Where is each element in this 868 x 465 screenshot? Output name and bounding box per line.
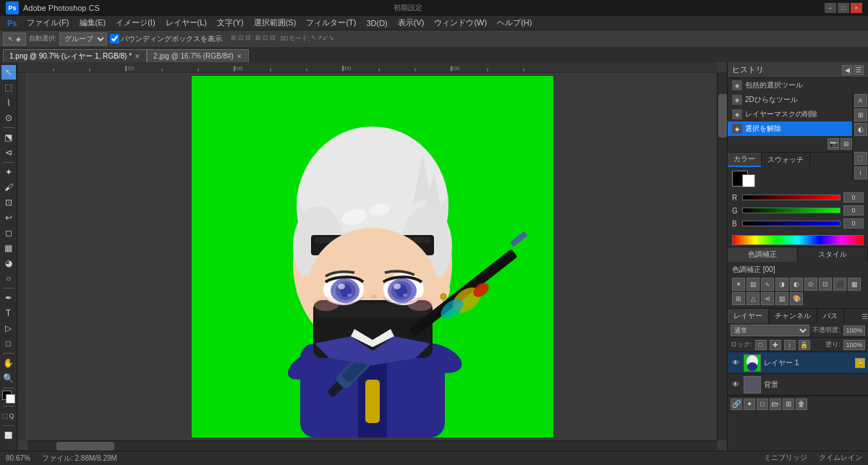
color-b-input[interactable] bbox=[843, 218, 864, 229]
canvas-viewport[interactable] bbox=[27, 72, 717, 440]
marquee-tool[interactable]: ⬚ bbox=[1, 80, 16, 95]
eraser-tool[interactable]: ◻ bbox=[1, 226, 16, 240]
menu-text[interactable]: 文字(Y) bbox=[213, 16, 248, 30]
color-b-track[interactable] bbox=[742, 221, 841, 226]
scroll-thumb-vertical[interactable] bbox=[718, 94, 727, 137]
menu-view[interactable]: 表示(V) bbox=[393, 16, 429, 30]
menu-filter[interactable]: フィルター(T) bbox=[302, 16, 360, 30]
clone-tool[interactable]: ⊡ bbox=[1, 195, 16, 210]
adj-posterize-btn[interactable]: △ bbox=[746, 292, 760, 305]
menu-select[interactable]: 選択範囲(S) bbox=[250, 16, 301, 30]
hand-tool[interactable]: ✋ bbox=[1, 356, 16, 370]
lock-all-btn[interactable]: 🔒 bbox=[799, 340, 810, 350]
history-snapshot-btn[interactable]: 📷 bbox=[827, 138, 839, 150]
quick-select-tool[interactable]: ⊙ bbox=[1, 111, 16, 125]
menu-3d[interactable]: 3D(D) bbox=[362, 17, 391, 29]
color-g-track[interactable] bbox=[742, 208, 841, 213]
layers-delete-btn[interactable]: 🗑 bbox=[796, 398, 807, 410]
history-item-0[interactable]: ◈ 包括的選択ツール bbox=[728, 78, 868, 93]
win-controls[interactable]: − □ × bbox=[825, 3, 862, 13]
color-tab-color[interactable]: カラー bbox=[728, 153, 762, 167]
adj-bw-btn[interactable]: ⬛ bbox=[833, 278, 846, 291]
layers-style-btn[interactable]: ✦ bbox=[744, 398, 755, 410]
layer-row-1[interactable]: 👁 レイヤー 1 🔒 bbox=[728, 352, 868, 374]
pen-tool[interactable]: ✒ bbox=[1, 291, 16, 305]
side-icon-1[interactable]: A bbox=[854, 94, 867, 107]
side-icon-4[interactable]: ⬚ bbox=[854, 152, 867, 165]
adj-brightness-btn[interactable]: ☀ bbox=[732, 278, 745, 291]
artwork[interactable] bbox=[192, 76, 553, 438]
menu-ps[interactable]: Ps bbox=[3, 17, 21, 29]
color-tab-swatches[interactable]: スウォッチ bbox=[762, 153, 810, 167]
zoom-tool[interactable]: 🔍 bbox=[1, 371, 16, 385]
layers-panel-menu-btn[interactable]: ☰ bbox=[861, 309, 868, 323]
color-picker[interactable] bbox=[2, 391, 15, 404]
menu-window[interactable]: ウィンドウ(W) bbox=[430, 16, 491, 30]
adj-curves-btn[interactable]: ∿ bbox=[761, 278, 774, 291]
canvas-area[interactable]: 100 200 300 400 bbox=[17, 62, 727, 451]
move-tool-options-btn[interactable]: ↖ ◈ bbox=[3, 33, 26, 46]
layers-menu-icon[interactable]: ☰ bbox=[861, 312, 868, 320]
color-r-track[interactable] bbox=[742, 195, 841, 200]
adj-photo-filter-btn[interactable]: ▦ bbox=[848, 278, 861, 291]
layers-blend-mode[interactable]: 通常 乗算 スクリーン bbox=[731, 325, 809, 336]
layers-opacity-input[interactable] bbox=[843, 325, 865, 336]
adj-gradient-map-btn[interactable]: ▧ bbox=[775, 292, 788, 305]
layers-group-btn[interactable]: 🗁 bbox=[770, 398, 781, 410]
blur-tool[interactable]: ◕ bbox=[1, 256, 16, 270]
side-icon-3[interactable]: ◐ bbox=[854, 123, 867, 136]
layers-tab-channels[interactable]: チャンネル bbox=[769, 309, 817, 323]
canvas-scroll-vertical[interactable] bbox=[717, 72, 727, 440]
history-new-btn[interactable]: ⊞ bbox=[841, 138, 852, 150]
history-item-2[interactable]: ◈ レイヤーマスクの削除 bbox=[728, 107, 868, 121]
layers-link-btn[interactable]: 🔗 bbox=[731, 398, 742, 410]
layers-fill-input[interactable] bbox=[843, 340, 865, 350]
menu-image[interactable]: イメージ(I) bbox=[111, 16, 159, 30]
auto-select-dropdown[interactable]: グループ レイヤー bbox=[59, 33, 107, 46]
adj-threshold-btn[interactable]: ⊲ bbox=[761, 292, 774, 305]
layer-bg-visibility[interactable]: 👁 bbox=[731, 380, 741, 390]
history-panel-expand[interactable]: ◀ bbox=[842, 65, 852, 75]
menu-file[interactable]: ファイル(F) bbox=[22, 16, 73, 30]
layer-1-visibility[interactable]: 👁 bbox=[731, 358, 741, 368]
lock-position-btn[interactable]: ↕ bbox=[784, 340, 796, 350]
menu-layer[interactable]: レイヤー(L) bbox=[161, 16, 211, 30]
dodge-tool[interactable]: ○ bbox=[1, 271, 16, 286]
text-tool[interactable]: T bbox=[1, 306, 16, 320]
adj-hsl-btn[interactable]: ⊙ bbox=[804, 278, 817, 291]
canvas-scroll-horizontal[interactable] bbox=[27, 440, 717, 451]
shape-tool[interactable]: □ bbox=[1, 336, 16, 351]
side-icon-2[interactable]: ⊞ bbox=[854, 108, 867, 121]
adj-colorbalance-btn[interactable]: ⊡ bbox=[819, 278, 832, 291]
crop-tool[interactable]: ⬔ bbox=[1, 130, 16, 145]
scroll-thumb-horizontal[interactable] bbox=[56, 442, 114, 451]
menu-edit[interactable]: 編集(E) bbox=[75, 16, 111, 30]
adj-vibrance-btn[interactable]: ◐ bbox=[790, 278, 803, 291]
adj-tab-style[interactable]: スタイル bbox=[798, 247, 868, 262]
adj-channel-mix-btn[interactable]: ⊞ bbox=[732, 292, 745, 305]
heal-tool[interactable]: ✦ bbox=[1, 165, 16, 179]
color-g-input[interactable] bbox=[843, 205, 864, 216]
color-gradient-bar[interactable] bbox=[732, 235, 864, 245]
tab-2[interactable]: 2.jpg @ 16.7% (RGB/8#) ✕ bbox=[147, 49, 249, 62]
minimize-button[interactable]: − bbox=[825, 3, 836, 13]
layers-tab-paths[interactable]: パス bbox=[817, 309, 844, 323]
layers-tab-layers[interactable]: レイヤー bbox=[728, 309, 769, 323]
layers-new-btn[interactable]: ⊞ bbox=[783, 398, 794, 410]
adj-selective-color-btn[interactable]: 🎨 bbox=[790, 292, 803, 305]
bounding-box-checkbox[interactable] bbox=[110, 34, 119, 43]
history-item-3[interactable]: ◈ 選択を解除 bbox=[728, 121, 868, 136]
background-color[interactable] bbox=[6, 394, 15, 404]
lock-pixels-btn[interactable]: ✚ bbox=[770, 340, 781, 350]
tab-1-close[interactable]: ✕ bbox=[135, 53, 140, 60]
menu-help[interactable]: ヘルプ(H) bbox=[493, 16, 536, 30]
path-select-tool[interactable]: ▷ bbox=[1, 321, 16, 336]
color-r-input[interactable] bbox=[843, 192, 864, 202]
adj-levels-btn[interactable]: ▤ bbox=[746, 278, 760, 291]
adj-exposure-btn[interactable]: ◑ bbox=[775, 278, 788, 291]
lock-transparent-btn[interactable]: □ bbox=[755, 340, 767, 350]
move-tool[interactable]: ↖ bbox=[1, 65, 16, 80]
maximize-button[interactable]: □ bbox=[838, 3, 849, 13]
history-panel-menu[interactable]: ☰ bbox=[854, 65, 864, 75]
history-item-1[interactable]: ◈ 2Dひらなツール bbox=[728, 93, 868, 107]
